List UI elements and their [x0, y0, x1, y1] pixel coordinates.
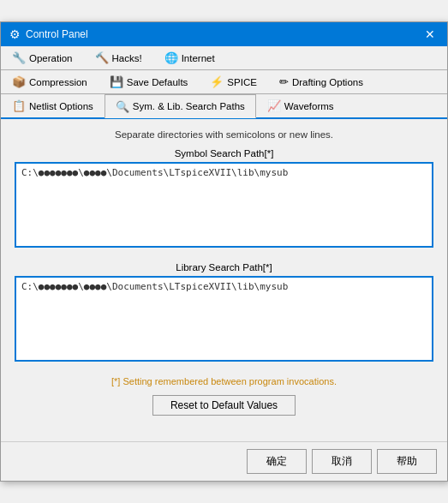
cancel-button[interactable]: 取消 — [312, 449, 372, 474]
operation-icon: 🔧 — [12, 51, 26, 64]
bottom-bar: 确定 取消 帮助 — [1, 441, 447, 481]
tab-netlist-options[interactable]: 📋 Netlist Options — [1, 94, 105, 117]
titlebar-left: ⚙ Control Panel — [9, 27, 88, 41]
tab-internet-label: Internet — [182, 53, 215, 63]
waveforms-icon: 📈 — [267, 99, 281, 112]
tab-compression-label: Compression — [29, 77, 87, 87]
tab-drafting-options-label: Drafting Options — [292, 77, 363, 87]
internet-icon: 🌐 — [164, 51, 178, 64]
close-button[interactable]: ✕ — [421, 27, 439, 41]
drafting-icon: ✏ — [279, 75, 289, 88]
tabs-row-3: 📋 Netlist Options 🔍 Sym. & Lib. Search P… — [1, 94, 447, 119]
window-icon: ⚙ — [9, 27, 21, 41]
library-search-section: Library Search Path[*] C:\<span class="b… — [15, 262, 433, 364]
tab-compression[interactable]: 📦 Compression — [1, 70, 99, 93]
tab-save-defaults[interactable]: 💾 Save Defaults — [99, 70, 200, 93]
footer-note: [*] Setting remembered between program i… — [15, 376, 433, 386]
symbol-search-textarea[interactable]: C:\<span class="blurred-text">●●●●●●●\●●… — [15, 162, 433, 248]
tab-hacks-label: Hacks! — [112, 53, 142, 63]
search-icon: 🔍 — [116, 100, 129, 113]
spice-icon: ⚡ — [210, 75, 224, 88]
tab-operation-label: Operation — [29, 53, 73, 63]
tab-sym-lib-label: Sym. & Lib. Search Paths — [133, 101, 245, 111]
tabs-row-2: 📦 Compression 💾 Save Defaults ⚡ SPICE ✏ … — [1, 70, 447, 94]
save-defaults-icon: 💾 — [110, 75, 123, 88]
tab-spice-label: SPICE — [227, 77, 257, 87]
hacks-icon: 🔨 — [95, 51, 109, 64]
ok-button[interactable]: 确定 — [247, 449, 307, 474]
tab-internet[interactable]: 🌐 Internet — [153, 46, 226, 69]
control-panel-window: ⚙ Control Panel ✕ 🔧 Operation 🔨 Hacks! 🌐… — [0, 21, 448, 482]
library-search-label: Library Search Path[*] — [15, 262, 433, 272]
tab-sym-lib-search[interactable]: 🔍 Sym. & Lib. Search Paths — [105, 94, 256, 118]
reset-button[interactable]: Reset to Default Values — [152, 395, 296, 416]
tab-save-defaults-label: Save Defaults — [127, 77, 188, 87]
reset-button-row: Reset to Default Values — [15, 395, 433, 416]
tab-waveforms-label: Waveforms — [284, 101, 334, 111]
help-button[interactable]: 帮助 — [377, 449, 437, 474]
tab-operation[interactable]: 🔧 Operation — [1, 46, 84, 69]
tab-netlist-options-label: Netlist Options — [29, 101, 93, 111]
tab-waveforms[interactable]: 📈 Waveforms — [256, 94, 345, 117]
netlist-icon: 📋 — [12, 99, 26, 112]
tabs-row-1: 🔧 Operation 🔨 Hacks! 🌐 Internet — [1, 46, 447, 70]
hint-text: Separate directories with semicolons or … — [15, 129, 433, 140]
tab-drafting-options[interactable]: ✏ Drafting Options — [268, 70, 374, 93]
titlebar: ⚙ Control Panel ✕ — [1, 22, 447, 46]
main-content: Separate directories with semicolons or … — [1, 119, 447, 441]
symbol-search-label: Symbol Search Path[*] — [15, 148, 433, 159]
tab-hacks[interactable]: 🔨 Hacks! — [84, 46, 153, 69]
symbol-search-section: Symbol Search Path[*] C:\<span class="bl… — [15, 148, 433, 250]
library-search-textarea[interactable]: C:\<span class="blurred-text">●●●●●●●\●●… — [15, 276, 433, 362]
window-title: Control Panel — [26, 28, 88, 40]
tab-spice[interactable]: ⚡ SPICE — [199, 70, 268, 93]
compression-icon: 📦 — [12, 75, 26, 88]
